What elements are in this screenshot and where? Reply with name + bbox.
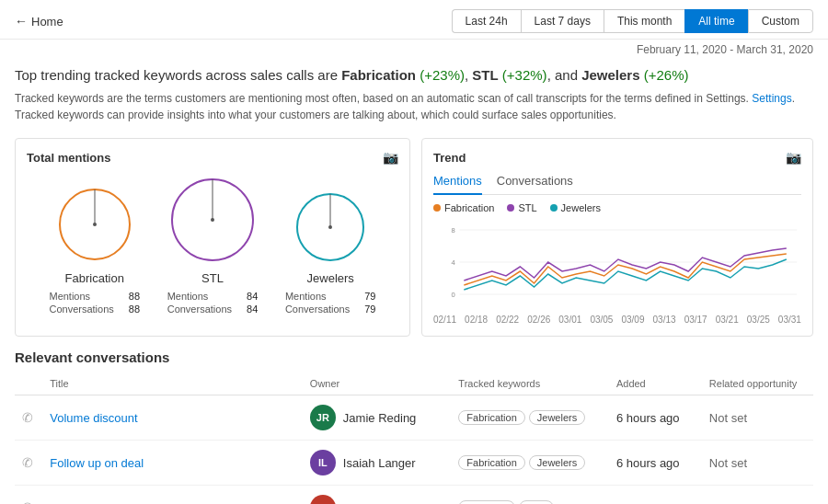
phone-icon: ✆ (22, 500, 33, 504)
mention-jewelers: Jewelers Mentions79 Conversations79 (285, 189, 376, 315)
keyword3-change: (+26%) (644, 67, 689, 83)
svg-point-8 (328, 225, 332, 229)
owner-name: Jamie Reding (343, 411, 417, 425)
trend-tabs: Mentions Conversations (433, 174, 801, 195)
table-header-row: Title Owner Tracked keywords Added Relat… (15, 374, 813, 395)
conv-owner-cell: MC Molly Clark (303, 486, 451, 505)
col-header-title: Title (42, 374, 303, 395)
trend-panel: Trend 📷 Mentions Conversations Fabricati… (421, 138, 813, 337)
jewelers-stats: Mentions79 Conversations79 (285, 291, 376, 315)
total-mentions-panel: Total mentions 📷 Fabrication Mentions88 … (15, 138, 410, 337)
mentions-panel-icon[interactable]: 📷 (383, 150, 398, 165)
conv-related-cell: Not set (702, 395, 813, 441)
col-header-keywords: Tracked keywords (451, 374, 609, 395)
keyword-tag: Jewelers (529, 410, 585, 425)
conv-related-cell: Not set (702, 441, 813, 486)
back-label: Home (31, 15, 63, 29)
col-header-related: Related opportunity (702, 374, 813, 395)
trend-chart: 8 4 0 (433, 221, 801, 313)
conv-added-cell: 6 hours ago (609, 486, 702, 505)
tab-conversations[interactable]: Conversations (497, 174, 573, 195)
keyword-tag: Jewelers (458, 500, 514, 504)
stl-circle (167, 174, 259, 266)
table-row: ✆Volume discount JR Jamie Reding Fabrica… (15, 395, 813, 441)
chart-x-labels: 02/11 02/18 02/22 02/26 03/01 03/05 03/0… (433, 315, 801, 325)
mentions-row: Fabrication Mentions88 Conversations88 S… (27, 174, 398, 315)
panels-container: Total mentions 📷 Fabrication Mentions88 … (0, 131, 828, 344)
keyword3: Jewelers (581, 67, 639, 83)
col-header-owner: Owner (303, 374, 451, 395)
phone-icon: ✆ (22, 455, 33, 470)
conversations-section: Relevant conversations Title Owner Track… (0, 344, 828, 504)
svg-point-5 (211, 218, 214, 222)
back-link[interactable]: ← Home (15, 14, 63, 29)
conv-keywords-cell: FabricationJewelers (451, 441, 609, 486)
conv-title-cell[interactable]: Follow up on deal (42, 441, 303, 486)
mention-fabrication: Fabrication Mentions88 Conversations88 (49, 183, 140, 315)
headline-prefix: Top trending tracked keywords across sal… (15, 67, 341, 83)
table-row: ✆Follow up on deal IL Isaiah Langer Fabr… (15, 441, 813, 486)
legend-dot-jewelers (550, 204, 558, 212)
conversations-table: Title Owner Tracked keywords Added Relat… (15, 374, 813, 504)
avatar: IL (310, 450, 336, 475)
date-range: February 11, 2020 - March 31, 2020 (0, 40, 828, 60)
conv-added-cell: 6 hours ago (609, 395, 702, 441)
keyword-tag: Fabrication (458, 410, 524, 425)
conversations-title: Relevant conversations (15, 349, 813, 365)
keyword1-change: (+23%) (420, 67, 465, 83)
back-arrow-icon: ← (15, 14, 28, 29)
col-header-icon (15, 374, 42, 395)
filter-custom[interactable]: Custom (748, 9, 813, 33)
stl-name: STL (201, 271, 224, 285)
svg-text:4: 4 (452, 258, 456, 267)
mention-stl: STL Mentions84 Conversations84 (167, 174, 259, 315)
owner-cell: MC Molly Clark (310, 495, 443, 504)
filter-alltime[interactable]: All time (684, 9, 747, 33)
headline-section: Top trending tracked keywords across sal… (0, 60, 828, 131)
filter-thismonth[interactable]: This month (604, 9, 684, 33)
svg-text:8: 8 (452, 226, 455, 235)
owner-cell: IL Isaiah Langer (310, 450, 443, 475)
time-filter-group: Last 24h Last 7 days This month All time… (452, 9, 813, 33)
svg-point-2 (93, 223, 97, 226)
legend-fabrication: Fabrication (433, 202, 494, 213)
svg-text:0: 0 (452, 291, 456, 299)
conv-added-cell: 6 hours ago (609, 441, 702, 486)
fabrication-name: Fabrication (65, 271, 124, 285)
keyword2: STL (472, 67, 498, 83)
keyword-tag: Jewelers (529, 455, 585, 470)
tab-mentions[interactable]: Mentions (433, 174, 482, 195)
trend-panel-icon[interactable]: 📷 (786, 150, 801, 165)
settings-link[interactable]: Settings (752, 92, 791, 105)
subtext-line2: Tracked keywords can provide insights in… (15, 107, 813, 123)
owner-name: Molly Clark (343, 501, 402, 505)
conv-keywords-cell: JewelersSTL (451, 486, 609, 505)
conv-title-cell[interactable]: Live Demo follow up (42, 486, 303, 505)
legend-dot-fabrication (433, 204, 441, 212)
owner-name: Isaiah Langer (343, 456, 416, 470)
phone-icon: ✆ (22, 410, 33, 425)
filter-last24h[interactable]: Last 24h (452, 9, 521, 33)
conv-owner-cell: JR Jamie Reding (303, 395, 451, 441)
keyword-tag: Fabrication (458, 455, 524, 470)
keyword1: Fabrication (341, 67, 416, 83)
total-mentions-title: Total mentions 📷 (27, 150, 398, 165)
headline: Top trending tracked keywords across sal… (15, 65, 813, 85)
jewelers-circle (292, 189, 369, 266)
conv-title-cell[interactable]: Volume discount (42, 395, 303, 441)
owner-cell: JR Jamie Reding (310, 405, 443, 430)
filter-last7days[interactable]: Last 7 days (521, 9, 604, 33)
conv-owner-cell: IL Isaiah Langer (303, 441, 451, 486)
avatar: MC (310, 495, 336, 504)
legend-stl: STL (507, 202, 536, 213)
app-header: ← Home Last 24h Last 7 days This month A… (0, 0, 828, 40)
legend-jewelers: Jewelers (550, 202, 601, 213)
conv-related-cell: Not set (702, 486, 813, 505)
table-row: ✆Live Demo follow up MC Molly Clark Jewe… (15, 486, 813, 505)
avatar: JR (310, 405, 336, 430)
stl-stats: Mentions84 Conversations84 (167, 291, 259, 315)
fabrication-stats: Mentions88 Conversations88 (49, 291, 140, 315)
jewelers-name: Jewelers (307, 271, 354, 285)
col-header-added: Added (609, 374, 702, 395)
subtext-line1: Tracked keywords are the terms customers… (15, 90, 813, 107)
